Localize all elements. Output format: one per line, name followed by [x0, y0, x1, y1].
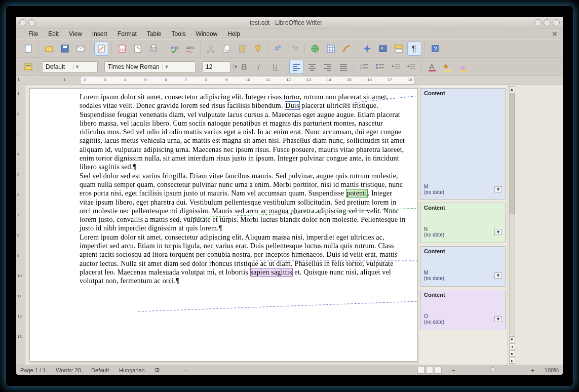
status-style[interactable]: Default	[91, 367, 109, 373]
zoom-percent[interactable]: 100%	[545, 367, 559, 373]
book-view-icon[interactable]	[435, 367, 442, 374]
print-button[interactable]	[146, 42, 161, 56]
menu-file[interactable]: File	[24, 29, 42, 38]
decrease-indent-button[interactable]	[389, 60, 403, 74]
bold-button[interactable]: B	[237, 60, 251, 74]
ruler-tick: 8	[205, 77, 207, 82]
help-button[interactable]: ?	[428, 42, 442, 56]
prev-page-button[interactable]: ◂	[509, 343, 515, 349]
comment-anchor-1[interactable]: Duis	[285, 101, 299, 110]
maximize-button[interactable]	[544, 19, 551, 26]
email-button[interactable]	[73, 42, 88, 56]
align-center-button[interactable]	[305, 60, 319, 74]
window-menu-icon[interactable]	[19, 19, 26, 26]
status-words[interactable]: Words: 20	[56, 367, 81, 373]
comment-card[interactable]: Content M(no date)▼	[420, 246, 506, 287]
drawing-button[interactable]	[339, 42, 354, 56]
paste-button[interactable]	[235, 42, 249, 56]
menu-help[interactable]: Help	[223, 29, 244, 38]
menu-tools[interactable]: Tools	[168, 29, 190, 38]
menu-insert[interactable]: Insert	[88, 29, 111, 38]
scroll-up-button[interactable]: ▲	[509, 86, 515, 92]
status-selection-mode[interactable]: ▫	[185, 367, 187, 373]
spellcheck-button[interactable]: ABC	[167, 42, 181, 56]
comment-menu-button[interactable]: ▼	[494, 229, 502, 235]
comment-menu-button[interactable]: ▼	[494, 316, 502, 322]
background-color-button[interactable]	[456, 60, 471, 74]
highlight-button[interactable]	[441, 60, 455, 74]
comment-body[interactable]	[421, 212, 505, 226]
status-insert-mode[interactable]: ⊞	[155, 367, 175, 373]
comment-card[interactable]: Content N(no date)▼	[420, 203, 506, 243]
status-language[interactable]: Hungarian	[119, 367, 145, 373]
edit-mode-button[interactable]	[94, 42, 108, 56]
comment-body[interactable]	[421, 299, 505, 313]
vertical-ruler[interactable]: L 12345678910111213	[16, 76, 25, 365]
hyperlink-button[interactable]	[308, 42, 322, 56]
close-document-button[interactable]: ✕	[550, 30, 560, 38]
menu-window[interactable]: Window	[192, 29, 222, 38]
font-size-select[interactable]: 12▼	[202, 61, 230, 72]
zoom-thumb[interactable]	[490, 367, 495, 372]
menu-edit[interactable]: Edit	[44, 29, 63, 38]
document-scroll-area[interactable]: Lorem ipsum dolor sit amet, consectetur …	[25, 85, 563, 365]
gallery-button[interactable]	[376, 42, 390, 56]
menu-view[interactable]: View	[65, 29, 86, 38]
nonprinting-chars-button[interactable]: ¶	[407, 42, 421, 56]
font-color-button[interactable]: A	[425, 60, 439, 74]
italic-button[interactable]: i	[253, 60, 267, 74]
styles-button[interactable]	[21, 60, 35, 74]
comment-anchor-4[interactable]: sapien sagittis	[250, 268, 293, 277]
horizontal-ruler[interactable]: 123456789101112131415161718	[25, 76, 563, 85]
single-page-icon[interactable]	[417, 367, 424, 374]
undo-button[interactable]	[272, 42, 286, 56]
multi-page-icon[interactable]	[426, 367, 433, 374]
comment-anchor-2[interactable]: potenti	[346, 189, 367, 198]
print-preview-button[interactable]	[131, 42, 145, 56]
menu-table[interactable]: Table	[143, 29, 166, 38]
save-button[interactable]	[58, 42, 72, 56]
comment-card[interactable]: Content M(no date)▼	[420, 88, 506, 200]
comment-body[interactable]	[421, 98, 505, 184]
view-layout-buttons[interactable]	[417, 367, 442, 374]
open-button[interactable]	[42, 42, 56, 56]
align-left-button[interactable]	[289, 60, 303, 74]
paragraph-style-select[interactable]: Default▼	[42, 61, 98, 72]
close-window-button[interactable]	[553, 19, 560, 26]
align-right-button[interactable]	[321, 60, 335, 74]
comment-menu-button[interactable]: ▼	[494, 186, 502, 192]
page-text[interactable]: Lorem ipsum dolor sit amet, consectetur …	[80, 93, 406, 286]
menu-format[interactable]: Format	[113, 29, 141, 38]
zoom-in-button[interactable]: +	[531, 367, 534, 373]
new-doc-button[interactable]	[21, 42, 35, 56]
comment-body[interactable]	[421, 256, 505, 270]
table-button[interactable]	[324, 42, 338, 56]
auto-spellcheck-button[interactable]: ABC	[183, 42, 197, 56]
next-page-button[interactable]: ▸	[509, 358, 515, 364]
comment-menu-button[interactable]: ▼	[494, 272, 502, 279]
scroll-thumb[interactable]	[510, 94, 515, 214]
format-paintbrush-button[interactable]	[251, 42, 265, 56]
data-sources-button[interactable]	[392, 42, 406, 56]
scroll-down-button[interactable]: ▼	[509, 336, 515, 342]
copy-button[interactable]	[219, 42, 234, 56]
redo-button[interactable]	[287, 42, 301, 56]
zoom-out-button[interactable]: −	[452, 367, 455, 373]
scroll-track[interactable]	[509, 93, 515, 335]
underline-button[interactable]: U	[268, 60, 283, 74]
align-justify-button[interactable]	[336, 60, 351, 74]
comment-card[interactable]: Content O(no date)▼	[420, 290, 506, 330]
cut-button[interactable]	[204, 42, 218, 56]
window-pin-icon[interactable]	[28, 19, 35, 26]
export-pdf-button[interactable]: PDF	[115, 42, 129, 56]
zoom-slider[interactable]	[465, 369, 521, 371]
minimize-button[interactable]	[534, 19, 542, 26]
bullet-list-button[interactable]	[373, 60, 387, 74]
font-name-select[interactable]: Times New Roman▼	[104, 61, 196, 72]
navigator-button[interactable]	[360, 42, 374, 56]
nav-object-button[interactable]: ●	[509, 350, 515, 357]
status-page[interactable]: Page 1 / 1	[20, 367, 46, 373]
vertical-scrollbar[interactable]: ▲ ▼ ◂ ● ▸	[508, 85, 516, 365]
number-list-button[interactable]: 12	[357, 60, 371, 74]
increase-indent-button[interactable]	[404, 60, 418, 74]
